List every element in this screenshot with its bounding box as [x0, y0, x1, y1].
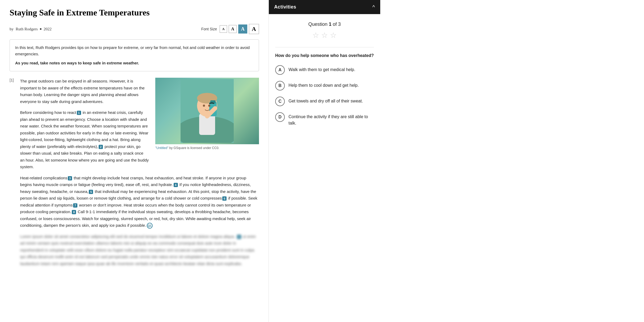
- paragraph-1: The great outdoors can be enjoyed in all…: [20, 78, 149, 105]
- option-c[interactable]: C Get towels and dry off all of their sw…: [275, 96, 374, 106]
- star-3: ☆: [330, 31, 337, 40]
- note-7: 7: [73, 203, 77, 208]
- intro-text: In this text, Ruth Rodgers provides tips…: [15, 45, 250, 56]
- note-4: 4: [174, 183, 178, 187]
- note-1: 1: [77, 111, 81, 115]
- font-size-medium-btn[interactable]: A: [229, 25, 237, 33]
- main-content: Staying Safe in Extreme Temperatures by …: [0, 0, 269, 322]
- option-a-text: Walk with them to get medical help.: [288, 65, 355, 73]
- question-counter: Question 1 of 3: [275, 22, 374, 27]
- note-6: 6: [222, 196, 227, 201]
- font-size-large-btn[interactable]: A: [238, 24, 247, 34]
- star-2: ☆: [321, 31, 328, 40]
- question-label: Question: [308, 22, 327, 27]
- paragraph-number: [1]: [10, 78, 14, 271]
- option-d[interactable]: D Continue the activity if they are stil…: [275, 112, 374, 126]
- paragraph-3: Heat-related complications3 that might d…: [20, 175, 259, 229]
- article-image: [155, 78, 259, 144]
- article-image-block: "Untitled" by GSquare is licensed under …: [155, 78, 259, 175]
- author-label: by: [10, 27, 14, 31]
- option-a[interactable]: A Walk with them to get medical help.: [275, 65, 374, 75]
- option-c-text: Get towels and dry off all of their swea…: [288, 96, 363, 104]
- option-a-letter: A: [278, 68, 282, 72]
- article-year: 2022: [44, 27, 52, 31]
- option-b-text: Help them to cool down and get help.: [288, 81, 359, 89]
- option-b[interactable]: B Help them to cool down and get help.: [275, 81, 374, 90]
- intro-box: In this text, Ruth Rodgers provides tips…: [10, 39, 259, 71]
- svg-point-8: [208, 105, 210, 107]
- blurred-paragraph: Lorem ipsum dolor sit amet consectetur a…: [20, 233, 259, 267]
- para1-text-block: The great outdoors can be enjoyed in all…: [20, 78, 149, 175]
- panel-body: Question 1 of 3 ☆ ☆ ☆ How do you help so…: [269, 14, 380, 322]
- option-b-circle: B: [275, 81, 285, 90]
- option-c-letter: C: [278, 99, 282, 104]
- star-1: ☆: [312, 31, 319, 40]
- star-rating: ☆ ☆ ☆: [275, 31, 374, 40]
- question-current: 1: [329, 22, 331, 27]
- paragraph-2: Before considering how to react1 in an e…: [20, 109, 149, 170]
- note-8: 8: [72, 210, 76, 214]
- option-d-letter: D: [278, 115, 282, 119]
- question-separator: of: [333, 22, 337, 27]
- article-title: Staying Safe in Extreme Temperatures: [10, 7, 150, 18]
- question-total: 3: [338, 22, 341, 27]
- note-2: 2: [99, 145, 103, 149]
- option-b-letter: B: [278, 83, 282, 88]
- note-3: 3: [68, 176, 72, 180]
- font-size-xlarge-btn[interactable]: A: [249, 24, 259, 34]
- divider: [275, 47, 374, 47]
- note-5: 5: [89, 190, 93, 194]
- svg-point-7: [203, 105, 205, 107]
- boy-image-svg: [181, 79, 234, 143]
- intro-bold-note: As you read, take notes on ways to keep …: [15, 60, 253, 66]
- article-meta: by Ruth Rodgers 2022 Font Size A A A A: [10, 24, 259, 34]
- panel-collapse-button[interactable]: ^: [373, 5, 375, 10]
- font-size-label: Font Size: [201, 27, 217, 31]
- image-caption-link[interactable]: "Untitled": [155, 146, 168, 150]
- panel-header: Activities ^: [269, 0, 380, 14]
- para1-image-row: The great outdoors can be enjoyed in all…: [20, 78, 259, 175]
- author-name: Ruth Rodgers: [16, 27, 38, 31]
- note-9: 9: [237, 235, 241, 239]
- question-text: How do you help someone who has overheat…: [275, 53, 374, 59]
- font-size-control: Font Size A A A A: [201, 24, 259, 34]
- activities-panel: Activities ^ Question 1 of 3 ☆ ☆ ☆ How d…: [269, 0, 380, 322]
- option-c-circle: C: [275, 97, 285, 106]
- option-d-text: Continue the activity if they are still …: [288, 112, 374, 126]
- panel-title: Activities: [274, 4, 296, 10]
- q1-marker: Q1: [147, 223, 153, 229]
- meta-dot: [40, 28, 41, 30]
- option-d-circle: D: [275, 112, 285, 122]
- option-a-circle: A: [275, 65, 285, 75]
- article-body: [1] The great outdoors can be enjoyed in…: [10, 78, 259, 271]
- image-caption: "Untitled" by GSquare is licensed under …: [155, 145, 259, 151]
- font-size-small-btn[interactable]: A: [220, 25, 227, 33]
- article-paragraphs: The great outdoors can be enjoyed in all…: [20, 78, 259, 271]
